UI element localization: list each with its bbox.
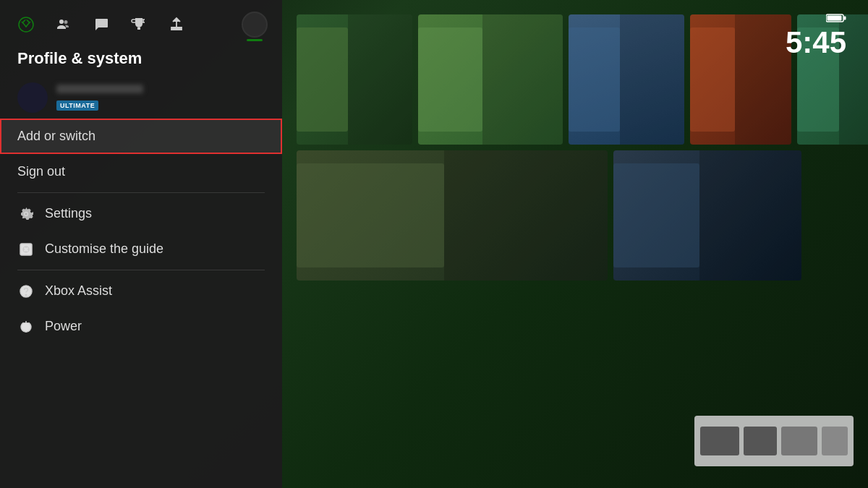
- panel-title: Profile & system: [0, 43, 282, 77]
- power-icon: [17, 320, 35, 334]
- active-indicator: [247, 39, 263, 41]
- user-avatar: [17, 82, 48, 113]
- battery-icon: [826, 13, 846, 26]
- tiles-row-2: [297, 150, 861, 281]
- share-icon[interactable]: [165, 13, 188, 36]
- time-display: 5:45: [786, 27, 846, 58]
- side-panel: Profile & system ULTIMATE Add or switch …: [0, 0, 282, 488]
- divider-2: [17, 270, 265, 270]
- overlay-block-3: [781, 427, 817, 455]
- game-tiles-area: [297, 14, 861, 474]
- overlay-block-4: [822, 427, 848, 455]
- tiles-row-1: [297, 14, 861, 145]
- divider-1: [17, 192, 265, 193]
- ultimate-badge: ULTIMATE: [56, 100, 98, 111]
- username-blur: [56, 85, 143, 93]
- bottom-overlay-panel: [694, 416, 854, 466]
- game-tile[interactable]: [297, 14, 412, 145]
- xbox-logo-icon[interactable]: [14, 13, 38, 36]
- menu-item-xbox-assist[interactable]: Xbox Assist: [0, 273, 282, 309]
- svg-point-7: [25, 294, 27, 296]
- menu-item-power[interactable]: Power: [0, 309, 282, 344]
- game-tile[interactable]: [613, 150, 801, 281]
- guide-icon: [17, 242, 35, 257]
- trophy-icon[interactable]: [127, 13, 150, 36]
- svg-rect-2: [827, 16, 842, 21]
- menu-item-settings[interactable]: Settings: [0, 196, 282, 231]
- status-area: 5:45: [786, 13, 846, 58]
- profile-nav-icon[interactable]: [242, 12, 268, 38]
- user-row: ULTIMATE: [0, 77, 282, 119]
- profile-avatar-small: [242, 12, 268, 38]
- game-tile[interactable]: [418, 14, 563, 145]
- game-tile[interactable]: [569, 14, 684, 145]
- menu-item-sign-out[interactable]: Sign out: [0, 154, 282, 189]
- menu-item-add-switch[interactable]: Add or switch: [0, 119, 282, 154]
- game-tile[interactable]: [297, 150, 608, 281]
- chat-icon[interactable]: [90, 13, 113, 36]
- people-icon[interactable]: [52, 13, 75, 36]
- game-tile[interactable]: [690, 14, 791, 145]
- user-info: ULTIMATE: [56, 85, 265, 111]
- gear-icon: [17, 207, 35, 221]
- overlay-block-2: [744, 427, 776, 455]
- svg-rect-1: [844, 17, 846, 20]
- help-icon: [17, 284, 35, 299]
- menu-item-customise-guide[interactable]: Customise the guide: [0, 231, 282, 267]
- menu-list: Add or switch Sign out Settings: [0, 119, 282, 344]
- nav-icons-row: [0, 0, 282, 43]
- overlay-block-1: [700, 427, 739, 455]
